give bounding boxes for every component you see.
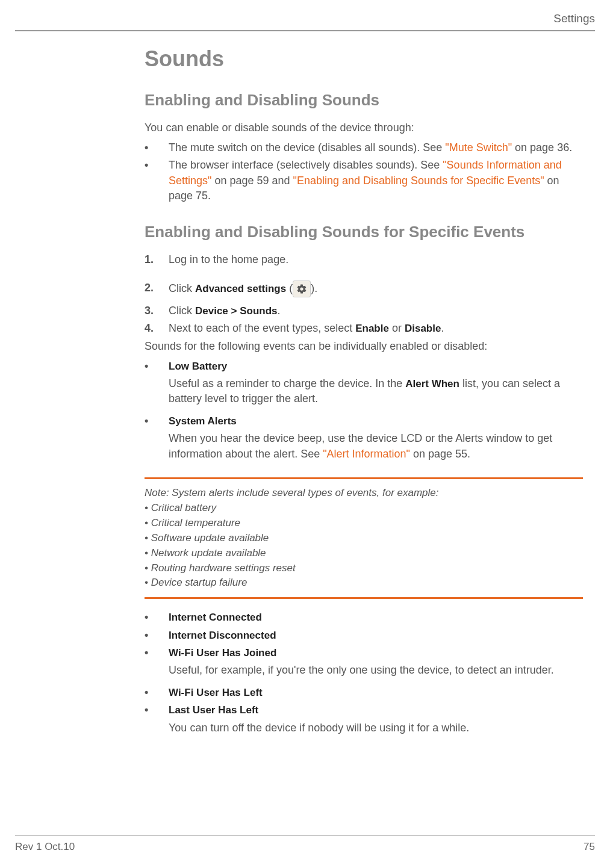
step-item: 3. Click Device > Sounds. <box>145 303 583 318</box>
list-item: • The mute switch on the device (disable… <box>145 140 583 155</box>
text: Useful as a reminder to charge the devic… <box>169 377 405 389</box>
step-number: 2. <box>145 281 169 297</box>
step-body: Click Advanced settings (). <box>169 281 583 297</box>
ui-label-alert-when: Alert When <box>405 378 459 389</box>
bullet-icon: • <box>145 414 169 467</box>
link-alert-information[interactable]: "Alert Information" <box>323 448 410 460</box>
ui-label-device-sounds: Device > Sounds <box>195 305 278 317</box>
list-item-body: Low Battery Useful as a reminder to char… <box>169 359 583 412</box>
event-desc: Useful, for example, if you're the only … <box>169 663 583 678</box>
event-desc: Useful as a reminder to charge the devic… <box>169 376 583 406</box>
note-item: • Routing hardware settings reset <box>145 562 583 575</box>
bullet-icon: • <box>145 610 169 625</box>
note-item: • Critical temperature <box>145 516 583 530</box>
ui-label-advanced-settings: Advanced settings <box>195 283 286 294</box>
text: Click <box>169 282 195 294</box>
list-item: • Low Battery Useful as a reminder to ch… <box>145 359 583 412</box>
step-item: 1. Log in to the home page. <box>145 252 583 267</box>
text: The mute switch on the device (disables … <box>169 141 445 153</box>
event-label-low-battery: Low Battery <box>169 361 227 372</box>
list-item: • Internet Connected <box>145 610 583 625</box>
step-body: Click Device > Sounds. <box>169 303 583 318</box>
gear-icon <box>293 281 311 297</box>
note-item: • Network update available <box>145 547 583 560</box>
list-item-body: Last User Has Left You can turn off the … <box>169 702 583 740</box>
event-desc: You can turn off the device if nobody wi… <box>169 721 583 736</box>
event-label-internet-disconnected: Internet Disconnected <box>169 630 276 641</box>
note-item: • Critical battery <box>145 501 583 515</box>
event-label-internet-connected: Internet Connected <box>169 612 262 623</box>
text: or <box>389 322 405 334</box>
page-footer: Rev 1 Oct.10 75 <box>15 835 595 853</box>
section2-heading: Enabling and Disabling Sounds for Specif… <box>145 223 583 241</box>
note-text: Note: System alerts include several type… <box>145 486 583 591</box>
step-body: Next to each of the event types, select … <box>169 321 583 336</box>
step-item: 4. Next to each of the event types, sele… <box>145 321 583 336</box>
bullet-icon: • <box>145 158 169 203</box>
list-item: • The browser interface (selectively dis… <box>145 158 583 203</box>
list-item-body: Wi-Fi User Has Left <box>169 685 583 700</box>
list-item-body: Internet Connected <box>169 610 583 625</box>
text: on page 36. <box>512 141 572 153</box>
text: ( <box>286 282 293 294</box>
note-item: • Device startup failure <box>145 576 583 590</box>
ui-label-disable: Disable <box>405 323 441 334</box>
ui-label-enable: Enable <box>355 323 389 334</box>
step-number: 4. <box>145 321 169 336</box>
footer-page-number: 75 <box>584 841 595 853</box>
note-divider-bottom <box>145 597 583 599</box>
event-label-system-alerts: System Alerts <box>169 415 237 427</box>
text: Click <box>169 305 195 317</box>
events-list-b: • Internet Connected • Internet Disconne… <box>145 610 583 740</box>
text: Next to each of the event types, select <box>169 322 355 334</box>
section1-list: • The mute switch on the device (disable… <box>145 140 583 203</box>
note-block: Note: System alerts include several type… <box>145 477 583 600</box>
text: . <box>278 305 281 317</box>
footer-divider <box>15 835 595 836</box>
header-divider <box>15 30 595 31</box>
note-item: • Software update available <box>145 532 583 545</box>
step-number: 3. <box>145 303 169 318</box>
bullet-icon: • <box>145 628 169 643</box>
bullet-icon: • <box>145 359 169 412</box>
list-item: • Internet Disconnected <box>145 628 583 643</box>
page-title: Sounds <box>145 46 583 72</box>
list-item: • Last User Has Left You can turn off th… <box>145 702 583 740</box>
text: on page 59 and <box>211 175 293 187</box>
steps-list: 1. Log in to the home page. 2. Click Adv… <box>145 252 583 336</box>
list-item: • Wi-Fi User Has Joined Useful, for exam… <box>145 645 583 683</box>
list-item: • System Alerts When you hear the device… <box>145 414 583 467</box>
list-item-body: Wi-Fi User Has Joined Useful, for exampl… <box>169 645 583 683</box>
event-label-wifi-left: Wi-Fi User Has Left <box>169 687 263 698</box>
list-item-body: System Alerts When you hear the device b… <box>169 414 583 467</box>
list-item-body: The mute switch on the device (disables … <box>169 140 583 155</box>
note-divider-top <box>145 477 583 479</box>
event-label-wifi-joined: Wi-Fi User Has Joined <box>169 647 276 659</box>
footer-left: Rev 1 Oct.10 <box>15 841 75 853</box>
note-lead: Note: System alerts include several type… <box>145 486 583 500</box>
bullet-icon: • <box>145 140 169 155</box>
section1-heading: Enabling and Disabling Sounds <box>145 91 583 110</box>
list-item-body: The browser interface (selectively disab… <box>169 158 583 203</box>
text: . <box>441 322 444 334</box>
text: ). <box>311 282 317 294</box>
event-desc: When you hear the device beep, use the d… <box>169 431 583 461</box>
header-section: Settings <box>15 12 595 30</box>
section1-intro: You can enable or disable sounds of the … <box>145 120 583 135</box>
bullet-icon: • <box>145 702 169 740</box>
list-item: • Wi-Fi User Has Left <box>145 685 583 700</box>
step-body: Log in to the home page. <box>169 252 583 267</box>
text: The browser interface (selectively disab… <box>169 159 443 171</box>
events-list-a: • Low Battery Useful as a reminder to ch… <box>145 359 583 467</box>
step-number: 1. <box>145 252 169 267</box>
page-content: Sounds Enabling and Disabling Sounds You… <box>145 46 583 740</box>
bullet-icon: • <box>145 685 169 700</box>
events-intro: Sounds for the following events can be i… <box>145 339 583 354</box>
event-label-last-user-left: Last User Has Left <box>169 704 258 716</box>
bullet-icon: • <box>145 645 169 683</box>
step-item: 2. Click Advanced settings (). <box>145 281 583 297</box>
link-mute-switch[interactable]: "Mute Switch" <box>445 141 512 153</box>
text: on page 55. <box>410 448 470 460</box>
list-item-body: Internet Disconnected <box>169 628 583 643</box>
link-specific-events[interactable]: "Enabling and Disabling Sounds for Speci… <box>293 175 544 187</box>
